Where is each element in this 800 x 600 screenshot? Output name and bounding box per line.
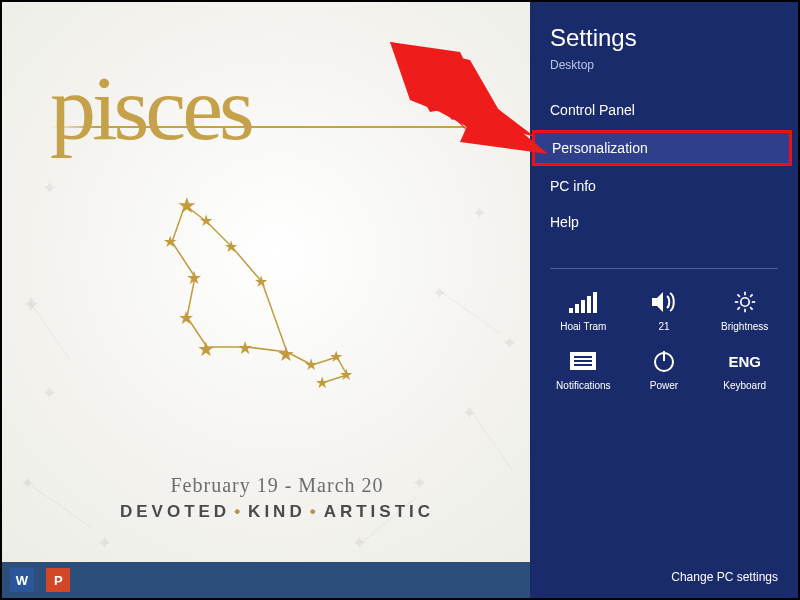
bg-line	[30, 302, 71, 360]
trait-sep: •	[306, 502, 324, 521]
tile-power[interactable]: Power	[629, 346, 700, 391]
wallpaper-title: pisces	[50, 62, 510, 154]
charm-item-control-panel[interactable]: Control Panel	[530, 92, 798, 128]
gold-star: ★	[304, 355, 318, 374]
bg-star: ✦	[42, 382, 57, 404]
tile-brightness-label: Brightness	[721, 321, 768, 332]
notifications-icon	[570, 346, 596, 376]
gold-star: ★	[163, 232, 177, 251]
trait-2: KIND	[248, 502, 306, 521]
trait-sep: •	[230, 502, 248, 521]
gold-star: ★	[339, 365, 353, 384]
gold-star: ★	[177, 193, 197, 219]
pisces-constellation: ★ ★ ★ ★ ★ ★ ★ ★ ★ ★ ★ ★ ★ ★	[137, 187, 417, 397]
gold-star: ★	[254, 272, 268, 291]
gold-star: ★	[277, 342, 295, 366]
charm-context: Desktop	[530, 58, 798, 92]
gold-star: ★	[199, 211, 213, 230]
bg-line	[442, 292, 500, 333]
bg-star: ✦	[472, 202, 487, 224]
gold-star: ★	[329, 347, 343, 366]
speaker-icon	[650, 287, 678, 317]
tile-keyboard-label: Keyboard	[723, 380, 766, 391]
brightness-icon	[734, 287, 756, 317]
taskbar[interactable]	[2, 562, 552, 598]
gold-star: ★	[197, 337, 215, 361]
bg-star: ✦	[502, 332, 517, 354]
charm-divider	[550, 268, 778, 269]
gold-star: ★	[315, 373, 329, 392]
taskbar-app-word[interactable]	[10, 568, 34, 592]
bg-line	[472, 412, 513, 470]
gold-star: ★	[237, 337, 253, 359]
tile-network-label: Hoai Tram	[560, 321, 606, 332]
keyboard-lang-value: ENG	[728, 346, 761, 376]
tile-network[interactable]: Hoai Tram	[548, 287, 619, 332]
tile-brightness[interactable]: Brightness	[709, 287, 780, 332]
signal-bars-icon	[569, 287, 597, 317]
tile-notifications[interactable]: Notifications	[548, 346, 619, 391]
gold-star: ★	[186, 267, 202, 289]
change-pc-settings-link[interactable]: Change PC settings	[671, 570, 778, 584]
bg-star: ✦	[42, 177, 57, 199]
charm-title: Settings	[530, 2, 798, 58]
tile-volume-label: 21	[658, 321, 669, 332]
svg-line-19	[737, 294, 740, 297]
trait-1: DEVOTED	[120, 502, 230, 521]
svg-point-14	[740, 298, 748, 306]
gold-star: ★	[224, 237, 238, 256]
charm-item-personalization[interactable]: Personalization	[532, 130, 792, 166]
bg-star: ✦	[97, 532, 112, 554]
quick-tiles: Hoai Tram 21 Brightness Notifications	[530, 281, 798, 391]
screen: ✦ ✦ ✦ ✦ ✦ ✦ ✦ ✦ ✦ ✦ ✦ pisces	[0, 0, 800, 600]
charm-item-pc-info[interactable]: PC info	[530, 168, 798, 204]
charm-item-help[interactable]: Help	[530, 204, 798, 240]
svg-line-20	[750, 307, 753, 310]
tile-power-label: Power	[650, 380, 678, 391]
wallpaper-title-underline	[50, 126, 510, 128]
tile-volume[interactable]: 21	[629, 287, 700, 332]
wallpaper-daterange: February 19 - March 20	[2, 474, 552, 497]
gold-star: ★	[178, 307, 194, 329]
desktop-wallpaper: ✦ ✦ ✦ ✦ ✦ ✦ ✦ ✦ ✦ ✦ ✦ pisces	[2, 2, 552, 562]
bg-star: ✦	[352, 532, 367, 554]
bg-star: ✦	[462, 402, 477, 424]
settings-charm-panel: Settings Desktop Control Panel Personali…	[530, 2, 798, 598]
svg-line-21	[737, 307, 740, 310]
tile-notifications-label: Notifications	[556, 380, 610, 391]
tile-keyboard[interactable]: ENG Keyboard	[709, 346, 780, 391]
power-icon	[652, 346, 676, 376]
wallpaper-traits: DEVOTED•KIND•ARTISTIC	[2, 502, 552, 522]
svg-line-22	[750, 294, 753, 297]
trait-3: ARTISTIC	[324, 502, 434, 521]
taskbar-app-powerpoint[interactable]	[46, 568, 70, 592]
